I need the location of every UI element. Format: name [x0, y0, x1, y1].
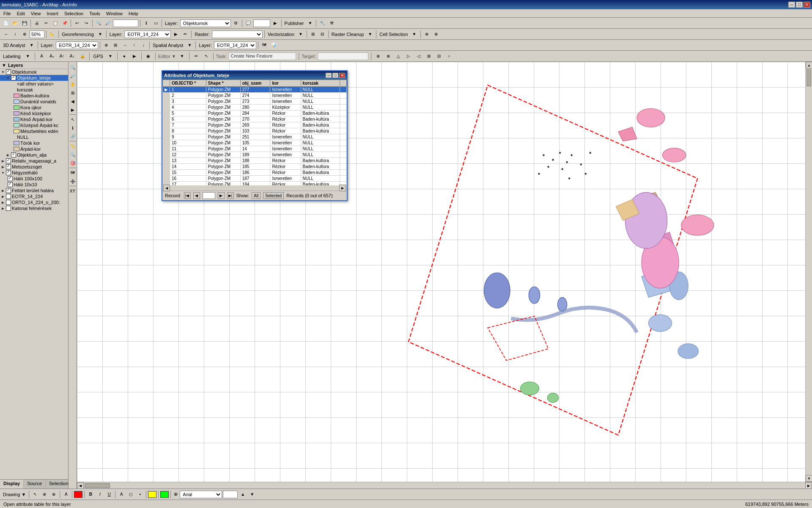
draw-pointer[interactable]: ↖ — [31, 490, 39, 499]
layer-keso-kozep[interactable]: Késő középkor — [0, 110, 68, 116]
expand-icon-alja[interactable]: ▶ — [6, 153, 10, 157]
hscroll-track-map[interactable] — [84, 482, 805, 489]
table-row[interactable]: 3 Polygon ZM 273 Ismeretlen NULL — [163, 99, 347, 105]
layer-objektum-alja[interactable]: ▶ Objektum_alja — [0, 152, 68, 158]
col-kor[interactable]: kor — [270, 80, 301, 87]
vertical-scrollbar[interactable]: ▲ ▼ — [805, 62, 812, 482]
layer-checkbox-negyedhalo[interactable] — [6, 170, 11, 175]
table-row[interactable]: ▶ 1 Polygon ZM 277 Ismeretlen NULL — [163, 87, 347, 93]
copy-btn[interactable]: 📋 — [51, 19, 60, 28]
tb2-extra[interactable]: ⊕ — [422, 30, 431, 39]
gps-btn2[interactable]: ▶ — [130, 52, 139, 61]
tool-zoom-in[interactable]: 🔍 — [69, 64, 77, 71]
draw-text[interactable]: A — [62, 490, 70, 499]
vscroll-thumb[interactable] — [807, 69, 811, 86]
tb2-btn2[interactable]: ↕ — [11, 30, 19, 39]
editor-extra4[interactable]: ▷ — [404, 52, 413, 61]
hscroll-thumb-map[interactable] — [85, 483, 110, 488]
tool-find[interactable]: 🔍 — [69, 151, 77, 158]
draw-shadow[interactable]: ▪ — [136, 490, 144, 499]
tb3-extra2[interactable]: 📊 — [269, 41, 278, 50]
record-input[interactable]: 1 — [203, 192, 215, 199]
label-btn5[interactable]: 🔒 — [78, 52, 87, 61]
layer-checkbox-relativ[interactable] — [6, 158, 11, 163]
expand-icon-teteje[interactable]: ▼ — [6, 76, 10, 80]
draw-italic[interactable]: I — [96, 490, 104, 499]
editor-extra5[interactable]: ◁ — [414, 52, 423, 61]
prev-record-btn[interactable]: ◀ — [193, 192, 200, 199]
hscroll-right-map[interactable]: ▶ — [805, 482, 812, 489]
table-row[interactable]: 2 Polygon ZM 274 Ismeretlen NULL — [163, 93, 347, 99]
rclean-drop[interactable]: ▼ — [366, 30, 374, 39]
hscroll-left-map[interactable]: ◀ — [77, 482, 84, 489]
table-row[interactable]: 14 Polygon ZM 185 Rézkor Baden-kultúra — [163, 164, 347, 170]
layer-baden[interactable]: Baden-kultúra — [0, 93, 68, 99]
menu-window[interactable]: Window — [104, 11, 125, 17]
menu-insert[interactable]: Insert — [44, 11, 61, 17]
layer-select-2[interactable]: EOTR_14_224 — [124, 30, 171, 38]
font-size-up[interactable]: ▲ — [239, 490, 247, 499]
hscroll-left[interactable]: ◀ — [163, 185, 170, 191]
vectorize-drop[interactable]: ▼ — [296, 30, 305, 39]
zoom-out-btn[interactable]: 🔎 — [104, 19, 112, 28]
editor-extra7[interactable]: ⊟ — [435, 52, 443, 61]
tb3-extra[interactable]: 🗺 — [260, 41, 269, 50]
tool-layer[interactable]: 🗺 — [69, 169, 77, 177]
paste-btn[interactable]: 📌 — [60, 19, 69, 28]
select-btn[interactable]: ▭ — [151, 19, 160, 28]
vscroll-up[interactable]: ▲ — [806, 62, 812, 69]
tool-select[interactable]: ↖ — [69, 116, 77, 123]
gps-btn1[interactable]: ● — [120, 52, 129, 61]
redo-btn[interactable]: ↪ — [82, 19, 91, 28]
tool-measure[interactable]: 📏 — [69, 142, 77, 150]
extra-tools[interactable]: 🔧 — [318, 19, 326, 28]
print-btn[interactable]: 🖨 — [33, 19, 41, 28]
tb2-btn1[interactable]: ↔ — [2, 30, 10, 39]
cut-btn[interactable]: ✂ — [42, 19, 50, 28]
3d-drop[interactable]: ▼ — [27, 41, 36, 50]
tool-xy[interactable]: XY — [69, 187, 77, 195]
label-btn4[interactable]: A↓ — [68, 52, 77, 61]
tool-hyperlink[interactable]: 🔗 — [69, 133, 77, 140]
labeling-drop[interactable]: ▼ — [24, 52, 32, 61]
layer-checkbox-alja[interactable] — [11, 152, 16, 157]
layer-halo10[interactable]: Háló 10x10 — [0, 182, 68, 188]
tool-pan[interactable]: ✋ — [69, 80, 77, 88]
save-btn[interactable]: 💾 — [20, 19, 29, 28]
table-row[interactable]: 10 Polygon ZM 105 Ismeretlen NULL — [163, 140, 347, 146]
map-tips[interactable]: 💬 — [244, 19, 252, 28]
layer-checkbox[interactable] — [6, 69, 11, 75]
maximize-button[interactable]: □ — [796, 2, 803, 8]
col-obj-szam[interactable]: obj_szam — [240, 80, 270, 87]
scale2-apply[interactable]: ▶ — [271, 19, 280, 28]
editor-extra8[interactable]: ○ — [445, 52, 453, 61]
publisher-btn[interactable]: ▼ — [306, 19, 314, 28]
tab-selection[interactable]: Selection — [46, 480, 69, 489]
raster-select[interactable] — [212, 30, 263, 38]
layer-feltart[interactable]: ▶ Feltárt terület határa — [0, 188, 68, 193]
draw-underline[interactable]: U — [105, 490, 113, 499]
draw-outline[interactable]: ◻ — [126, 490, 135, 499]
table-row[interactable]: 8 Polygon ZM 103 Rézkor Baden-kultúra — [163, 128, 347, 134]
editor-drop[interactable]: ▼ — [178, 52, 187, 61]
table-row[interactable]: 11 Polygon ZM 14 Ismeretlen NULL — [163, 146, 347, 152]
expand-icon[interactable]: ▼ — [1, 70, 5, 74]
layer-checkbox-feltart[interactable] — [6, 188, 11, 193]
layer-null[interactable]: NULL — [0, 134, 68, 140]
expand-icon-relativ[interactable]: ▶ — [1, 159, 5, 163]
tool-full-extent[interactable]: ⊞ — [69, 89, 77, 97]
font-select[interactable]: Arial — [180, 491, 222, 498]
layer-kozepso[interactable]: Középső Árpád-kc — [0, 122, 68, 128]
font-size-input[interactable]: 10 — [223, 491, 238, 498]
tb3-btn1[interactable]: ⊕ — [102, 41, 110, 50]
hscroll-right[interactable]: ▶ — [339, 185, 346, 191]
identify-btn[interactable]: ℹ — [142, 19, 151, 28]
menu-help[interactable]: Help — [126, 11, 141, 17]
label-btn1[interactable]: A — [38, 52, 46, 61]
drawing-label[interactable]: Drawing ▼ — [2, 492, 27, 497]
table-row[interactable]: 9 Polygon ZM 251 Ismeretlen NULL — [163, 134, 347, 140]
expand-icon-katonai[interactable]: ▶ — [1, 206, 5, 210]
layer-checkbox-eotr[interactable] — [6, 194, 11, 199]
layer-metszet[interactable]: ▶ Metszetszoget — [0, 164, 68, 170]
col-objectid[interactable]: OBJECTID * — [170, 80, 206, 87]
